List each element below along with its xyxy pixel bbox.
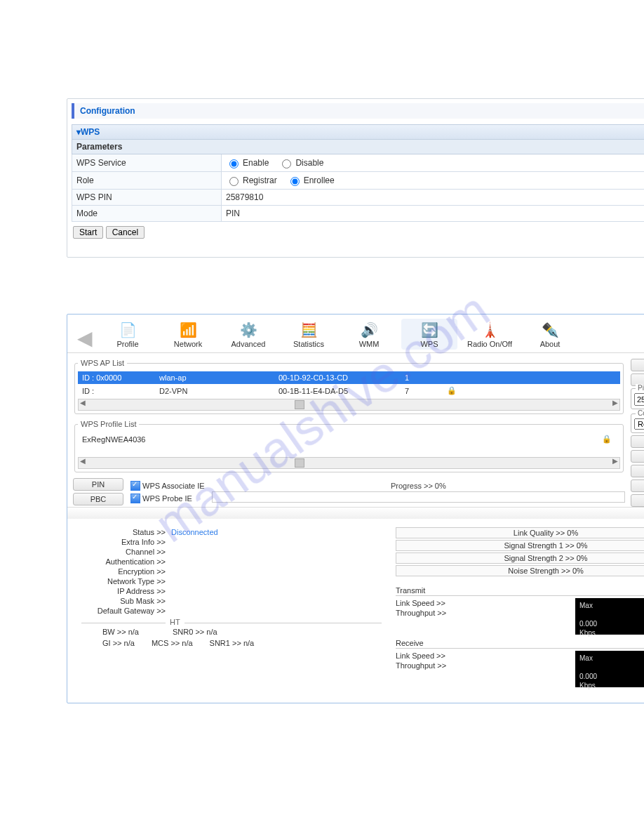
progress-bar xyxy=(212,491,625,503)
start-button[interactable]: Start xyxy=(73,226,103,239)
wmm-icon: 🔊 xyxy=(341,320,397,340)
pin-code-group: Pin Code Renew xyxy=(631,388,644,409)
rescan-button[interactable]: Rescan xyxy=(631,359,644,371)
rx-link-speed-key: Link Speed >> xyxy=(396,651,466,660)
mode-label: Mode xyxy=(72,206,222,222)
export-profile-button[interactable]: Export Profile xyxy=(631,494,644,507)
status-value: Disconnected xyxy=(166,528,218,536)
signal-strength-2-bar: Signal Strength 2 >> 0% xyxy=(396,552,644,564)
tab-advanced[interactable]: ⚙️Advanced xyxy=(220,319,276,350)
config-panel: Configuration ▾WPS Parameters WPS Servic… xyxy=(67,98,644,258)
parameters-header: Parameters xyxy=(72,140,644,154)
tab-about[interactable]: ✒️About xyxy=(522,319,578,350)
config-mode-label: Config Mode xyxy=(636,409,644,417)
wps-profile-list-legend: WPS Profile List xyxy=(78,420,139,428)
tab-wps[interactable]: 🔄WPS xyxy=(401,319,457,350)
wps-ap-list: WPS AP List ID : 0x0000 wlan-ap 00-1D-92… xyxy=(74,359,624,414)
pin-code-input[interactable] xyxy=(634,393,644,406)
network-icon: 📶 xyxy=(160,320,216,340)
profile-row[interactable]: ExRegNWEA4036 🔒 xyxy=(78,432,620,446)
ip-key: IP Address >> xyxy=(81,587,166,595)
lock-icon: 🔒 xyxy=(602,435,616,444)
wps-profile-list: WPS Profile List ExRegNWEA4036 🔒 xyxy=(74,420,624,472)
ht-bw: BW >> n/a xyxy=(102,628,139,636)
wireless-utility: ◀ 📄Profile 📶Network ⚙️Advanced 🧮Statisti… xyxy=(67,314,644,703)
channel-key: Channel >> xyxy=(81,548,166,556)
auth-key: Authentication >> xyxy=(81,557,166,566)
tab-network[interactable]: 📶Network xyxy=(160,319,216,350)
wps-pin-label: WPS PIN xyxy=(72,190,222,206)
cancel-button[interactable]: Cancel xyxy=(106,226,145,239)
signal-strength-1-bar: Signal Strength 1 >> 0% xyxy=(396,540,644,551)
wps-probe-ie-checkbox[interactable]: WPS Probe IE xyxy=(130,494,205,503)
profile-list-scrollbar[interactable] xyxy=(78,457,620,469)
ap-row[interactable]: ID : D2-VPN 00-1B-11-E4-DA-D5 7 🔒 xyxy=(78,384,620,397)
mode-value: PIN xyxy=(222,206,645,222)
config-mode-select[interactable]: Registrar xyxy=(634,418,644,430)
mask-key: Sub Mask >> xyxy=(81,597,166,605)
ap-row[interactable]: ID : 0x0000 wlan-ap 00-1D-92-C0-13-CD 1 xyxy=(78,371,620,384)
role-label: Role xyxy=(72,172,222,190)
wps-ap-list-legend: WPS AP List xyxy=(78,359,127,367)
wps-icon: 🔄 xyxy=(401,320,457,340)
wps-service-enable[interactable]: Enable xyxy=(226,157,269,168)
extra-info-key: Extra Info >> xyxy=(81,538,166,546)
noise-strength-bar: Noise Strength >> 0% xyxy=(396,565,644,576)
wps-section-header[interactable]: ▾WPS xyxy=(72,124,644,140)
statistics-icon: 🧮 xyxy=(281,320,337,340)
wps-associate-ie-checkbox[interactable]: WPS Associate IE xyxy=(130,481,205,491)
pin-code-label: Pin Code xyxy=(636,384,644,392)
wps-section-label: WPS xyxy=(81,127,100,137)
tab-profile[interactable]: 📄Profile xyxy=(100,319,156,350)
tx-meter: Max 0.000 Kbps xyxy=(575,598,644,635)
tab-statistics[interactable]: 🧮Statistics xyxy=(281,319,337,350)
wps-service-disable[interactable]: Disable xyxy=(279,157,323,168)
rotate-button[interactable]: Rotate xyxy=(631,465,644,477)
collapse-toggle[interactable] xyxy=(67,507,644,519)
ht-gi: GI >> n/a xyxy=(102,639,135,647)
ht-snr1: SNR1 >> n/a xyxy=(210,639,255,647)
rx-throughput-key: Throughput >> xyxy=(396,661,466,670)
tab-wmm[interactable]: 🔊WMM xyxy=(341,319,397,350)
role-registrar[interactable]: Registrar xyxy=(226,175,277,186)
pin-button[interactable]: PIN xyxy=(73,478,123,491)
detail-button[interactable]: Detail xyxy=(631,435,644,448)
lock-icon: 🔒 xyxy=(447,386,461,395)
ht-legend: HT xyxy=(166,618,185,626)
ap-list-scrollbar[interactable] xyxy=(78,399,620,411)
radio-icon: 🗼 xyxy=(462,320,518,340)
gateway-key: Default Gateway >> xyxy=(81,607,166,615)
role-enrollee[interactable]: Enrollee xyxy=(287,175,335,186)
pbc-button[interactable]: PBC xyxy=(73,493,123,505)
advanced-icon: ⚙️ xyxy=(220,320,276,340)
nav-back-icon[interactable]: ◀ xyxy=(74,326,95,350)
transmit-header: Transmit xyxy=(396,586,644,596)
receive-header: Receive xyxy=(396,639,644,649)
connect-button[interactable]: Connect xyxy=(631,450,644,463)
tx-link-speed-key: Link Speed >> xyxy=(396,599,466,607)
network-type-key: Network Type >> xyxy=(81,577,166,585)
about-icon: ✒️ xyxy=(522,320,578,340)
config-mode-group: Config Mode Registrar xyxy=(631,413,644,433)
status-key: Status >> xyxy=(81,528,166,536)
link-quality-bar: Link Quality >> 0% xyxy=(396,527,644,538)
profile-icon: 📄 xyxy=(100,320,156,340)
tab-radio[interactable]: 🗼Radio On/Off xyxy=(462,319,518,350)
progress-label: Progress >> 0% xyxy=(212,482,625,490)
ht-snr0: SNR0 >> n/a xyxy=(173,628,217,636)
wps-service-label: WPS Service xyxy=(72,154,222,172)
wps-pin-value: 25879810 xyxy=(222,190,645,206)
ht-mcs: MCS >> n/a xyxy=(152,639,193,647)
encryption-key: Encryption >> xyxy=(81,567,166,576)
config-title: Configuration xyxy=(72,103,644,119)
disconnect-button[interactable]: Disconnect xyxy=(631,479,644,492)
tx-throughput-key: Throughput >> xyxy=(396,609,466,617)
rx-meter: Max 0.000 Kbps xyxy=(575,651,644,687)
